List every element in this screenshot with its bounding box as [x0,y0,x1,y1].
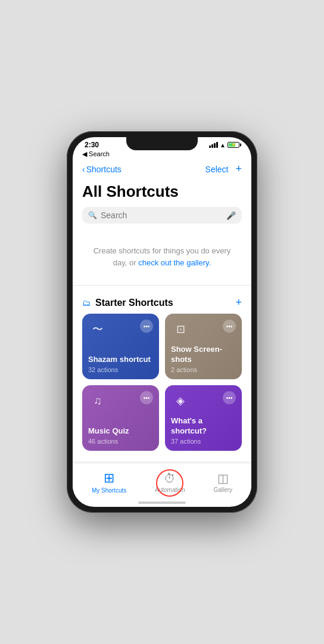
automation-icon: ⏱ [164,472,176,485]
shortcut-card-musicquiz[interactable]: ♫ ••• Music Quiz 46 actions [82,385,159,451]
shortcut-card-whats-shortcut[interactable]: ◈ ••• What's a shortcut? 37 actions [165,385,242,451]
back-search-hint: ◀ Search [73,150,251,160]
section-divider-2 [73,462,251,462]
phone-screen: 2:30 ▲ ⚡ ◀ Search [73,137,251,507]
tab-label-my-shortcuts: My Shortcuts [92,487,126,494]
more-button-shazam[interactable]: ••• [140,320,153,333]
search-input[interactable] [101,210,223,220]
shortcut-name-shazam: Shazam shortcut [88,355,153,365]
search-icon: 🔍 [88,211,97,219]
tab-label-automation: Automation [155,487,185,493]
wifi-icon: ▲ [220,142,226,148]
musicquiz-icon: ♫ [88,391,107,410]
shortcut-name-musicquiz: Music Quiz [88,426,153,436]
shortcut-actions-whats-shortcut: 37 actions [171,438,236,445]
shortcuts-grid: 〜 ••• Shazam shortcut 32 actions ⊡ ••• [73,314,251,457]
phone-frame: 2:30 ▲ ⚡ ◀ Search [67,131,257,513]
shortcut-actions-screenshots: 2 actions [171,366,236,373]
signal-icon [209,142,218,148]
back-button[interactable]: ‹ Shortcuts [82,165,122,174]
search-bar[interactable]: 🔍 🎤 [82,207,242,224]
shortcut-name-screenshots: Show Screen­shots [171,345,236,365]
shortcut-actions-shazam: 32 actions [88,366,153,373]
tab-label-gallery: Gallery [213,487,232,493]
tab-gallery[interactable]: ◫ Gallery [204,469,242,496]
notch [126,137,198,150]
empty-state-message: Create shortcuts for things you do every… [73,231,251,280]
shortcut-actions-musicquiz: 46 actions [88,438,153,445]
nav-bar: ‹ Shortcuts Select + [73,160,251,180]
microphone-icon[interactable]: 🎤 [226,211,236,220]
starter-shortcuts-title: Starter Shortcuts [95,298,173,308]
nav-actions: Select + [205,163,242,175]
folder-icon: 🗂 [82,298,91,308]
more-button-screenshots[interactable]: ••• [223,320,236,333]
battery-icon: ⚡ [228,142,239,148]
gallery-tab-icon: ◫ [217,471,229,485]
section-divider-1 [73,285,251,286]
starter-shortcuts-header: 🗂 Starter Shortcuts + [73,290,251,314]
shortcut-card-screenshots[interactable]: ⊡ ••• Show Screen­shots 2 actions [165,314,242,379]
status-time: 2:30 [85,141,99,149]
add-starter-button[interactable]: + [235,296,242,309]
gallery-link[interactable]: check out the gallery. [138,258,211,267]
add-shortcut-button[interactable]: + [235,163,242,175]
more-button-musicquiz[interactable]: ••• [140,391,153,404]
chevron-left-icon: ‹ [82,165,85,174]
select-button[interactable]: Select [205,165,229,174]
more-button-whats-shortcut[interactable]: ••• [223,391,236,404]
whats-shortcut-icon: ◈ [171,391,190,410]
main-content: All Shortcuts 🔍 🎤 Create shortcuts for t… [73,180,251,463]
tab-automation[interactable]: ⏱ Automation [155,472,185,493]
screenshots-icon: ⊡ [171,320,190,339]
my-shortcuts-icon: ⊞ [104,470,114,486]
home-indicator [73,499,251,507]
page-title: All Shortcuts [73,180,251,207]
shortcut-card-shazam[interactable]: 〜 ••• Shazam shortcut 32 actions [82,314,159,379]
tab-my-shortcuts[interactable]: ⊞ My Shortcuts [82,468,136,496]
shortcut-name-whats-shortcut: What's a shortcut? [171,416,236,436]
tab-bar: ⊞ My Shortcuts ⏱ Automation ◫ Gallery [73,463,251,499]
shazam-icon: 〜 [88,320,107,339]
